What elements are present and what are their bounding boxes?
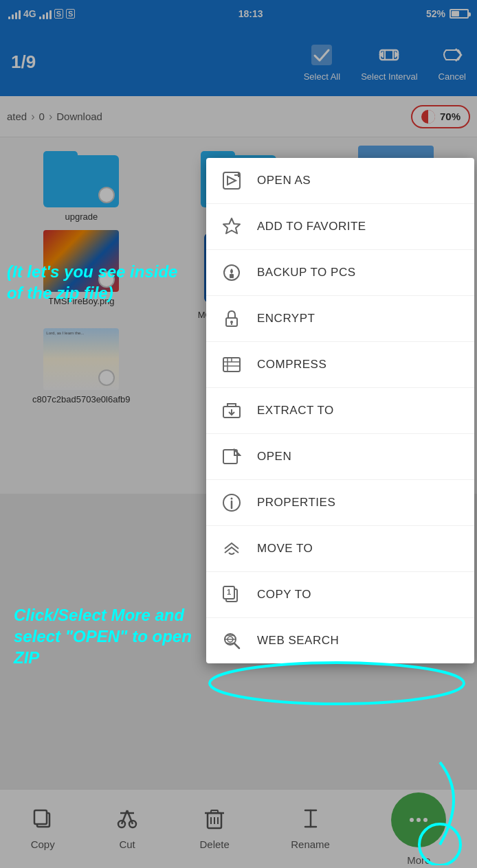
menu-label-extract: EXTRACT TO [257,404,334,418]
menu-item-open[interactable]: OPEN [206,434,474,480]
menu-label-copy-to: COPY TO [257,588,311,602]
copy-to-icon: 1 [220,583,243,606]
menu-item-copy-to[interactable]: 1 COPY TO [206,572,474,618]
menu-label-open-as: OPEN AS [257,174,311,187]
context-menu: OPEN AS ADD TO FAVORITE BACKUP TO PCS [206,158,474,663]
menu-item-extract[interactable]: EXTRACT TO [206,388,474,434]
menu-label-encrypt: ENCRYPT [257,312,315,326]
svg-rect-23 [230,274,234,278]
menu-item-open-as[interactable]: OPEN AS [206,158,474,204]
svg-point-37 [231,498,233,500]
star-icon [220,215,243,238]
svg-line-45 [234,643,239,648]
menu-label-compress: COMPRESS [257,358,326,372]
menu-item-web-search[interactable]: WEB SEARCH [206,618,474,663]
menu-label-favorite: ADD TO FAVORITE [257,220,366,233]
search-icon [220,629,243,652]
extract-icon [220,399,243,422]
encrypt-icon [220,307,243,330]
menu-label-properties: PROPERTIES [257,496,335,510]
menu-label-backup: BACKUP TO PCS [257,266,356,279]
menu-label-move: MOVE TO [257,542,313,556]
menu-item-properties[interactable]: PROPERTIES [206,480,474,526]
compress-icon [220,353,243,376]
menu-label-web-search: WEB SEARCH [257,634,339,648]
backup-icon [220,261,243,284]
open-as-icon [220,169,243,192]
open-icon [220,445,243,468]
menu-item-compress[interactable]: COMPRESS [206,342,474,388]
menu-item-move[interactable]: MOVE TO [206,526,474,572]
menu-item-encrypt[interactable]: ENCRYPT [206,296,474,342]
move-icon [220,537,243,560]
svg-text:1: 1 [227,588,231,596]
svg-marker-21 [223,218,240,233]
info-icon [220,491,243,514]
menu-item-backup[interactable]: BACKUP TO PCS [206,250,474,296]
menu-item-favorite[interactable]: ADD TO FAVORITE [206,204,474,250]
svg-point-25 [230,321,233,323]
menu-label-open: OPEN [257,450,291,464]
